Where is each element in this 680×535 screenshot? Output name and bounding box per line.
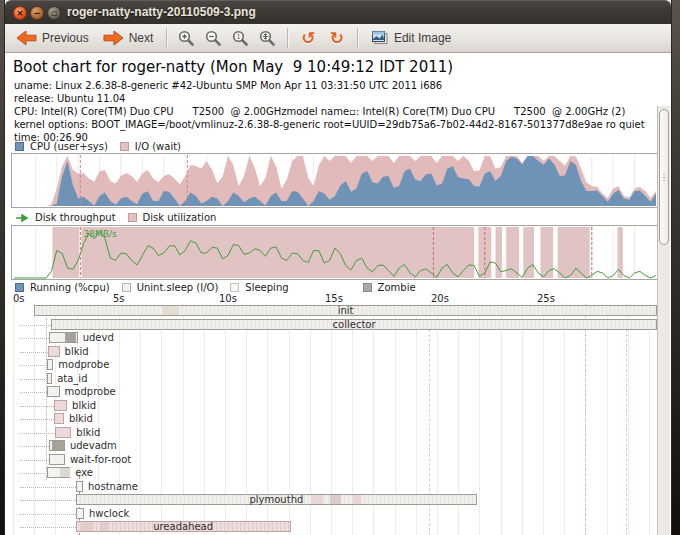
process-row: blkid [5,412,657,425]
dependency-leader [20,433,55,434]
scrollbar-thumb[interactable] [659,109,669,245]
legend-label: CPU (user+sys) [30,141,108,152]
process-bar-segment [65,333,77,342]
process-bar [54,400,67,411]
zoom-in-icon[interactable] [178,30,195,47]
info-line: uname: Linux 2.6.38-8-generic #42-Ubuntu… [14,79,442,92]
process-row: collector [5,318,657,331]
legend-swatch [128,213,137,222]
axis-tick-label: 20s [431,293,449,304]
process-row: exe [5,466,657,479]
process-state-legend: Running (%cpu)Unint.sleep (I/O)SleepingZ… [15,282,416,293]
legend-item: Disk utilization [128,212,217,223]
dependency-leader [20,325,51,326]
process-row: wait-for-root [5,453,657,466]
dependency-leader [20,352,48,353]
zoom-out-icon[interactable] [205,30,222,47]
toolbar: Previous Next 1 ↺ [5,24,671,53]
dependency-leader [20,527,76,528]
legend-item: Running (%cpu) [15,282,110,293]
process-row: modprobe [5,385,657,398]
axis-tick-label: 25s [537,293,555,304]
axis-tick-label: 0s [13,293,25,304]
legend-swatch [230,283,239,292]
rotate-right-icon[interactable]: ↻ [330,29,344,47]
process-row: ureadahead [5,520,657,533]
process-row: plymouthd [5,493,657,506]
legend-item: Unint.sleep (I/O) [122,282,219,293]
process-row: blkid [5,345,657,358]
dependency-leader [20,473,47,474]
titlebar[interactable]: × − ▫ roger-natty-natty-20110509-3.png [5,0,671,24]
process-row: udevd [5,331,657,344]
zoom-fit-icon[interactable] [259,30,276,47]
zoom-normal-icon[interactable]: 1 [232,30,249,47]
toolbar-separator [287,28,288,48]
legend-swatch [120,142,129,151]
axis-tick-label: 10s [219,293,237,304]
previous-button[interactable]: Previous [9,27,96,49]
maximize-button[interactable]: ▫ [47,6,61,20]
dependency-leader [20,419,54,420]
process-label: init [34,304,657,317]
window-title: roger-natty-natty-20110509-3.png [67,5,256,19]
process-bar [49,332,78,343]
dependency-leader [20,460,49,461]
process-label: hostname [88,480,138,493]
info-line: release: Ubuntu 11.04 [14,92,125,105]
rotate-left-icon[interactable]: ↺ [301,29,315,47]
process-bar [49,440,65,451]
cpu-usage-chart [11,153,657,208]
svg-text:1: 1 [237,33,241,41]
process-label: blkid [69,412,93,425]
process-gantt: initcollectorudevdblkidmodprobeata_idmod… [5,304,657,535]
legend-item: Zombie [363,282,416,293]
next-label: Next [129,31,154,45]
process-row: blkid [5,399,657,412]
next-button[interactable]: Next [96,27,161,49]
process-label: modprobe [65,385,116,398]
process-row: hostname [5,480,657,493]
bootchart-title: Boot chart for roger-natty (Mon May 9 10… [13,58,453,76]
process-bar [47,359,53,370]
process-label: wait-for-root [70,453,131,466]
previous-label: Previous [42,31,89,45]
close-button[interactable]: × [13,6,27,20]
process-row: hwclock [5,507,657,520]
next-arrow-icon [103,30,124,46]
legend-swatch [15,142,24,151]
dependency-leader [20,338,49,339]
dependency-leader [20,514,76,515]
previous-arrow-icon [16,30,37,46]
legend-item: Disk throughput [15,212,116,223]
scrollbar-grip [663,177,665,178]
process-bar [47,373,52,384]
legend-label: Sleeping [245,282,288,293]
info-line: CPU: Intel(R) Core(TM) Duo CPU T2500 @ 2… [14,105,625,118]
process-bar [47,386,60,397]
process-label: modprobe [58,358,109,371]
process-bar [76,508,85,519]
disk-chart: 38MB/s [11,225,657,280]
process-row: modprobe [5,358,657,371]
dependency-leader [20,500,76,501]
edit-image-icon [371,30,389,46]
legend-label: Zombie [378,282,416,293]
dependency-leader [20,487,76,488]
legend-label: Disk throughput [35,212,116,223]
edit-image-label: Edit Image [394,31,451,45]
process-label: hwclock [89,507,129,520]
legend-item: CPU (user+sys) [15,141,108,152]
bootchart-image: Boot chart for roger-natty (Mon May 9 10… [5,53,657,535]
axis-tick-label: 5s [113,293,125,304]
dependency-leader [20,365,47,366]
process-bar [48,346,60,357]
process-bar [49,454,65,465]
edit-image-button[interactable]: Edit Image [364,27,458,49]
process-label: collector [51,318,657,331]
minimize-button[interactable]: − [30,6,44,20]
process-label: ureadahead [76,520,291,533]
legend-item: Sleeping [230,282,288,293]
process-label: ata_id [57,372,87,385]
vertical-scrollbar[interactable] [657,106,670,535]
